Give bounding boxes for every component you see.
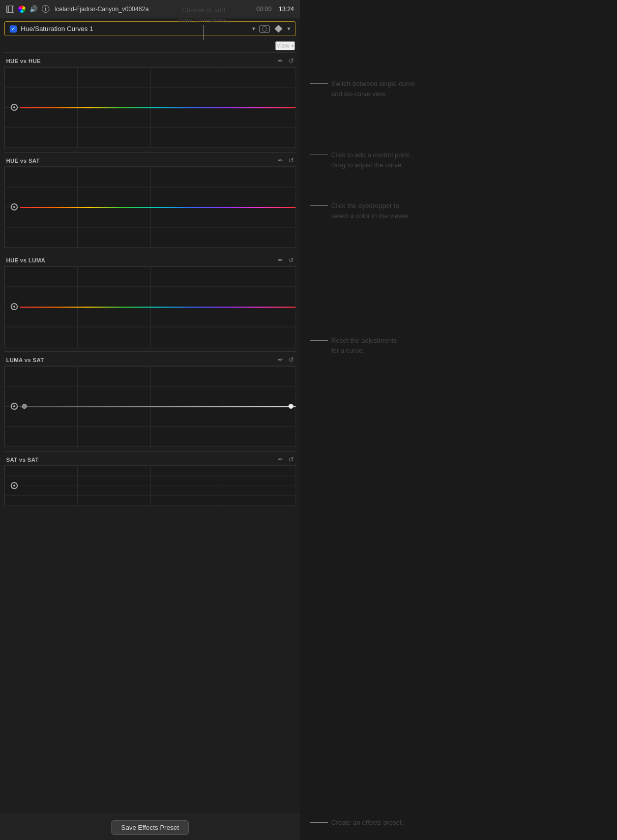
annotation-control-point: Click to add a control point.Drag to adj…	[310, 150, 411, 170]
curve-actions-sat-vs-sat: ✒ ↺	[278, 456, 294, 463]
curve-actions-hue-vs-luma: ✒ ↺	[278, 256, 294, 264]
curve-header-luma-vs-sat: LUMA vs SAT ✒ ↺	[4, 356, 296, 366]
annotation-choose-color: Choose or addcolor corrections.	[148, 5, 259, 40]
curve-section-sat-vs-sat: SAT vs SAT ✒ ↺	[4, 451, 296, 506]
curve-grid-sat-vs-sat[interactable]	[4, 465, 296, 506]
annotation-choose-color-text: Choose or addcolor corrections.	[179, 6, 229, 24]
curve-actions-hue-vs-hue: ✒ ↺	[278, 57, 294, 65]
save-effects-preset-button[interactable]: Save Effects Preset	[111, 820, 189, 835]
curve-section-hue-vs-luma: HUE vs LUMA ✒ ↺	[4, 252, 296, 347]
annotations-area: Choose or addcolor corrections. Switch b…	[300, 0, 617, 840]
hue-vs-sat-section: HUE vs SAT ✒ ↺	[0, 152, 300, 248]
header-icons: 🔊 i	[6, 5, 49, 13]
luma-vs-sat-section: LUMA vs SAT ✒ ↺	[0, 351, 300, 447]
view-chevron-icon: ▾	[291, 42, 294, 49]
keyframe-icon[interactable]	[275, 25, 283, 33]
view-button-label: View	[276, 42, 289, 49]
control-point-left[interactable]	[22, 404, 27, 409]
main-container: 🔊 i Iceland-Fjadrar-Canyon_v000462a 00:0…	[0, 0, 617, 840]
hue-vs-hue-section: HUE vs HUE ✒ ↺	[0, 52, 300, 148]
save-bar: Save Effects Preset	[0, 815, 300, 840]
annotation-reset: Reset the adjustmentsfor a curve.	[310, 336, 397, 355]
eyedropper-icon-hue-vs-hue[interactable]: ✒	[278, 57, 283, 65]
left-panel: 🔊 i Iceland-Fjadrar-Canyon_v000462a 00:0…	[0, 0, 300, 840]
curve-line-luma-vs-sat	[20, 406, 296, 407]
curve-grid-hue-vs-sat[interactable]	[4, 166, 296, 248]
curve-label-hue-vs-luma: HUE vs LUMA	[6, 257, 45, 263]
curve-origin-dot-sat-vs-sat	[11, 482, 18, 489]
curve-section-luma-vs-sat: LUMA vs SAT ✒ ↺	[4, 351, 296, 447]
curve-header-hue-vs-luma: HUE vs LUMA ✒ ↺	[4, 256, 296, 266]
header-timecode-accent: 13:24	[279, 6, 294, 13]
curve-origin-dot-hue-vs-hue	[11, 104, 18, 111]
color-wheel-icon[interactable]	[18, 6, 25, 13]
mask-icon[interactable]	[259, 25, 270, 33]
film-icon[interactable]	[6, 6, 14, 13]
curve-label-hue-vs-sat: HUE vs SAT	[6, 158, 40, 164]
curve-line-hue-vs-luma	[20, 307, 296, 308]
curve-actions-hue-vs-sat: ✒ ↺	[278, 157, 294, 164]
hue-vs-luma-section: HUE vs LUMA ✒ ↺	[0, 252, 300, 347]
annotation-reset-text: Reset the adjustmentsfor a curve.	[328, 336, 397, 355]
sat-vs-sat-section: SAT vs SAT ✒ ↺	[0, 451, 300, 506]
curve-origin-dot-hue-vs-sat	[11, 203, 18, 211]
curve-line-hue-vs-sat	[20, 207, 296, 208]
curve-section-hue-vs-hue: HUE vs HUE ✒ ↺	[4, 52, 296, 148]
curve-header-sat-vs-sat: SAT vs SAT ✒ ↺	[4, 456, 296, 465]
curve-header-hue-vs-sat: HUE vs SAT ✒ ↺	[4, 157, 296, 166]
view-bar: View ▾	[0, 39, 300, 52]
curve-origin-dot-luma-vs-sat	[11, 403, 18, 410]
curve-label-hue-vs-hue: HUE vs HUE	[6, 58, 41, 64]
annotation-eyedropper: Click the eyedropper toselect a color in…	[310, 201, 410, 221]
control-point-right[interactable]	[288, 404, 293, 409]
reset-icon-hue-vs-luma[interactable]: ↺	[288, 256, 294, 264]
reset-icon-sat-vs-sat[interactable]: ↺	[288, 456, 294, 463]
reset-icon-hue-vs-hue[interactable]: ↺	[288, 57, 294, 65]
curve-grid-hue-vs-hue[interactable]	[4, 67, 296, 148]
annotation-save: Create an effects preset.	[310, 818, 403, 828]
annotation-view-text: Switch between single-curveand six-curve…	[328, 79, 415, 99]
eyedropper-icon-hue-vs-sat[interactable]: ✒	[278, 157, 283, 164]
effect-checkbox[interactable]	[10, 25, 17, 33]
annotation-eyedropper-text: Click the eyedropper toselect a color in…	[328, 201, 410, 221]
view-button[interactable]: View ▾	[275, 41, 295, 50]
reset-icon-luma-vs-sat[interactable]: ↺	[288, 356, 294, 364]
eyedropper-icon-hue-vs-luma[interactable]: ✒	[278, 256, 283, 264]
effect-menu-arrow[interactable]: ▾	[287, 25, 290, 32]
info-icon[interactable]: i	[42, 5, 49, 13]
curve-line-hue-vs-hue	[20, 107, 296, 108]
annotation-control-point-text: Click to add a control point.Drag to adj…	[328, 150, 411, 170]
effect-bar-actions: ▾	[259, 25, 290, 33]
speaker-icon[interactable]: 🔊	[30, 5, 38, 13]
curve-label-luma-vs-sat: LUMA vs SAT	[6, 357, 44, 363]
annotation-save-text: Create an effects preset.	[328, 818, 403, 828]
eyedropper-icon-sat-vs-sat[interactable]: ✒	[278, 456, 283, 463]
curve-grid-luma-vs-sat[interactable]	[4, 366, 296, 447]
annotation-view: Switch between single-curveand six-curve…	[310, 79, 415, 99]
curve-label-sat-vs-sat: SAT vs SAT	[6, 457, 39, 463]
curve-grid-hue-vs-luma[interactable]	[4, 266, 296, 347]
curve-header-hue-vs-hue: HUE vs HUE ✒ ↺	[4, 57, 296, 67]
curve-origin-dot-hue-vs-luma	[11, 303, 18, 310]
curve-actions-luma-vs-sat: ✒ ↺	[278, 356, 294, 364]
eyedropper-icon-luma-vs-sat[interactable]: ✒	[278, 356, 283, 364]
reset-icon-hue-vs-sat[interactable]: ↺	[288, 157, 294, 164]
curve-section-hue-vs-sat: HUE vs SAT ✒ ↺	[4, 152, 296, 248]
